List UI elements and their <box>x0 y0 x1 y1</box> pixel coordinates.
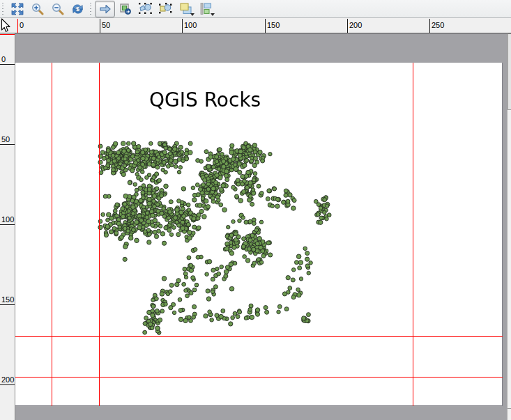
vertical-ruler[interactable]: 050100150200 <box>0 33 15 420</box>
ruler-label: 250 <box>432 21 444 29</box>
ruler-tick <box>0 384 15 385</box>
dropdown-arrow-icon <box>190 13 195 16</box>
toolbar-drag-handle[interactable] <box>1 3 6 15</box>
dropdown-arrow-icon <box>211 13 215 16</box>
composer-toolbar <box>0 0 511 18</box>
move-content-icon <box>119 3 132 15</box>
ungroup-items-button[interactable] <box>155 1 176 17</box>
zoom-in-icon <box>31 3 44 15</box>
ruler-label: 50 <box>1 135 10 143</box>
ruler-label: 150 <box>267 21 280 29</box>
select-move-arrow-icon <box>99 3 112 15</box>
composer-canvas[interactable]: QGIS Rocks <box>15 33 511 420</box>
ruler-label: 50 <box>102 21 110 29</box>
ruler-cursor-marker <box>0 34 15 35</box>
ruler-tick <box>0 64 15 65</box>
ruler-tick <box>0 144 15 145</box>
group-items-button[interactable] <box>135 1 155 17</box>
map-item-points[interactable] <box>15 33 511 420</box>
zoom-out-button[interactable] <box>47 1 68 17</box>
guide-line-vertical[interactable] <box>52 63 52 406</box>
ruler-label: 100 <box>184 21 197 29</box>
ruler-tick <box>182 19 183 33</box>
scrollbar-thumb[interactable] <box>508 33 511 110</box>
ruler-tick <box>0 304 15 305</box>
ruler-tick <box>0 224 15 225</box>
ruler-label: 200 <box>1 375 14 384</box>
refresh-button[interactable] <box>68 1 88 17</box>
ruler-cursor-marker <box>17 19 18 33</box>
ruler-label: 0 <box>1 55 6 63</box>
ungroup-items-icon <box>159 3 172 15</box>
composer-window: 050100150200250 050100150200 QGIS Rocks <box>0 0 511 420</box>
align-items-button[interactable] <box>196 1 216 17</box>
zoom-full-icon <box>11 3 24 15</box>
ruler-label: 0 <box>20 21 24 29</box>
toolbar-drag-handle[interactable] <box>89 3 93 15</box>
select-move-item-button[interactable] <box>95 1 115 17</box>
ruler-tick <box>429 19 430 33</box>
vertical-scrollbar[interactable] <box>507 33 511 420</box>
ruler-tick <box>265 19 266 33</box>
zoom-in-button[interactable] <box>27 1 47 17</box>
zoom-out-icon <box>52 3 64 15</box>
move-item-content-button[interactable] <box>115 1 135 17</box>
zoom-full-button[interactable] <box>7 1 27 17</box>
ruler-label: 100 <box>1 215 14 224</box>
raise-items-button[interactable] <box>176 1 196 17</box>
ruler-tick <box>347 19 348 33</box>
mouse-cursor-icon <box>1 18 10 33</box>
ruler-label: 150 <box>1 295 14 304</box>
scrollbar-down-button[interactable] <box>508 408 511 420</box>
label-item[interactable]: QGIS Rocks <box>149 88 261 111</box>
ruler-tick <box>100 19 100 33</box>
guide-line-horizontal[interactable] <box>15 336 503 337</box>
guide-line-vertical[interactable] <box>99 63 100 406</box>
guide-line-vertical[interactable] <box>413 63 413 406</box>
ruler-label: 200 <box>349 21 362 29</box>
guide-line-horizontal[interactable] <box>15 377 503 378</box>
group-items-icon <box>139 3 152 15</box>
horizontal-ruler[interactable]: 050100150200250 <box>0 18 511 33</box>
refresh-icon <box>71 3 84 15</box>
